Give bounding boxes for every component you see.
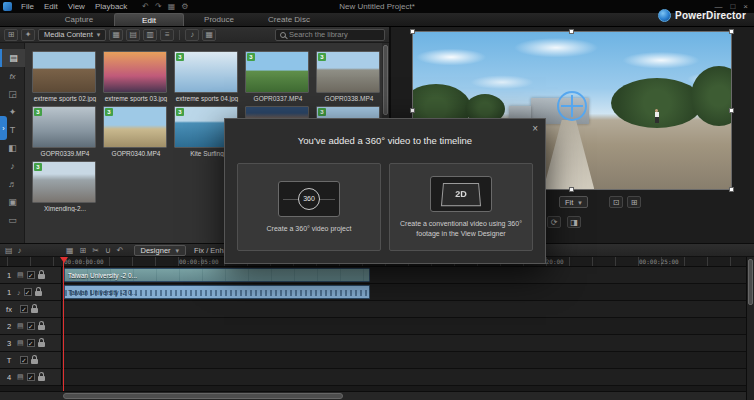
track-lane[interactable]: Taiwan University -2 0... — [62, 267, 746, 283]
sidebar-item-pip-objects-room[interactable]: ◲ — [0, 85, 25, 103]
menu-file[interactable]: File — [16, 2, 39, 11]
tab-produce[interactable]: Produce — [184, 13, 254, 26]
designer-dropdown[interactable]: Designer — [134, 245, 187, 256]
transition-room-icon: ◧ — [8, 143, 17, 153]
add-track-icon[interactable]: ⊞ — [80, 246, 87, 255]
media-item[interactable]: 3Ximending-2... — [32, 161, 98, 216]
powerdirector-logo-icon — [658, 9, 671, 22]
lock-icon[interactable] — [35, 291, 42, 296]
selection-handle[interactable] — [569, 187, 574, 192]
selection-handle[interactable] — [410, 108, 415, 113]
tab-create-disc[interactable]: Create Disc — [254, 13, 324, 26]
track-video-icon[interactable]: ▤ — [5, 246, 13, 255]
media-item[interactable]: extreme sports 03.jpg — [103, 51, 169, 106]
media-item-name: GOPR0338.MP4 — [316, 95, 382, 102]
search-input[interactable] — [289, 30, 380, 39]
track-audio-icon[interactable]: ♪ — [18, 246, 22, 255]
snapshot-button[interactable]: ⊡ — [609, 196, 623, 208]
selection-handle[interactable] — [729, 187, 734, 192]
undo-edit-icon[interactable]: ↶ — [117, 246, 124, 255]
import-media-button[interactable]: ⊞ — [4, 29, 18, 41]
track-enable-checkbox[interactable] — [27, 271, 35, 279]
media-content-label: Media Content — [44, 30, 93, 39]
scrollbar-handle[interactable] — [748, 259, 753, 305]
close-icon[interactable]: × — [532, 123, 538, 134]
library-search[interactable] — [275, 29, 385, 41]
ruler-label: 00:00:00:00 — [64, 258, 104, 265]
lock-icon[interactable] — [38, 274, 45, 279]
sidebar-item-effect-room[interactable]: fx — [0, 67, 25, 85]
view-direction-crosshair[interactable] — [557, 91, 587, 121]
track-enable-checkbox[interactable] — [20, 356, 28, 364]
lock-icon[interactable] — [31, 308, 38, 313]
lock-icon[interactable] — [38, 325, 45, 330]
selection-handle[interactable] — [729, 29, 734, 34]
snap-icon[interactable]: ∪ — [105, 246, 111, 255]
track-lane[interactable] — [62, 352, 746, 368]
lock-icon[interactable] — [31, 359, 38, 364]
undo-icon[interactable]: ↶ — [142, 3, 149, 11]
option-360-project[interactable]: 360 Create a 360° video project — [237, 163, 381, 251]
track-lane[interactable] — [62, 369, 746, 385]
timeline-vertical-scrollbar[interactable] — [746, 257, 754, 400]
settings-icon[interactable]: ⚙ — [181, 3, 188, 11]
lock-icon[interactable] — [38, 376, 45, 381]
sidebar-item-voice-over-room[interactable]: ♬ — [0, 175, 25, 193]
track-lane[interactable] — [62, 301, 746, 317]
sidebar-item-chapter-room[interactable]: ▣ — [0, 193, 25, 211]
split-icon[interactable]: ✂ — [92, 246, 99, 255]
tab-capture[interactable]: Capture — [44, 13, 114, 26]
sidebar-item-transition-room[interactable]: ◧ — [0, 139, 25, 157]
track-enable-checkbox[interactable] — [20, 305, 28, 313]
magic-wand-button[interactable]: ✦ — [21, 29, 35, 41]
track-enable-checkbox[interactable] — [24, 288, 32, 296]
sidebar-item-subtitle-room[interactable]: ▭ — [0, 211, 25, 229]
playhead[interactable] — [63, 257, 64, 391]
filter-view-button[interactable]: ≡ — [160, 29, 174, 41]
fix-enhance-button[interactable]: Fix / Enhance — [194, 246, 228, 255]
media-item[interactable]: 3GOPR0337.MP4 — [245, 51, 311, 106]
timeline-horizontal-scrollbar[interactable] — [0, 391, 746, 400]
tab-edit[interactable]: Edit — [114, 13, 184, 26]
sidebar-item-audio-mixing-room[interactable]: ♪ — [0, 157, 25, 175]
menu-edit[interactable]: Edit — [39, 2, 63, 11]
lock-icon[interactable] — [38, 342, 45, 347]
scrollbar-handle[interactable] — [383, 45, 388, 115]
list-view-button[interactable]: ▥ — [143, 29, 157, 41]
track-enable-checkbox[interactable] — [27, 339, 35, 347]
selection-handle[interactable] — [729, 108, 734, 113]
redo-icon[interactable]: ↷ — [155, 3, 162, 11]
zoom-fit-dropdown[interactable]: Fit — [559, 196, 588, 208]
rotate-360-view-button[interactable]: ⟳ — [547, 216, 561, 228]
video-clip[interactable]: Taiwan University -2 0... — [64, 268, 370, 282]
selection-handle[interactable] — [410, 29, 415, 34]
media-grid-button[interactable]: ▦ — [202, 29, 216, 41]
scrollbar-handle[interactable] — [63, 393, 343, 399]
media-item[interactable]: 3GOPR0338.MP4 — [316, 51, 382, 106]
track-lane[interactable]: Taiwan University -2 0... — [62, 284, 746, 300]
option-2d-view-designer[interactable]: 2D Create a conventional video using 360… — [389, 163, 533, 251]
selection-handle[interactable] — [569, 29, 574, 34]
thumbnail-view-button[interactable]: ▦ — [109, 29, 123, 41]
track-id: T — [4, 356, 14, 365]
audio-clip[interactable]: Taiwan University -2 0... — [64, 285, 370, 299]
menu-playback[interactable]: Playback — [90, 2, 132, 11]
track-lane[interactable] — [62, 318, 746, 334]
media-item[interactable]: 3GOPR0339.MP4 — [32, 106, 98, 161]
panel-collapse-tab[interactable]: › — [0, 116, 7, 140]
media-item[interactable]: extreme sports 02.jpg — [32, 51, 98, 106]
track-manager-icon[interactable]: ▦ — [66, 246, 74, 255]
sidebar-item-media-room[interactable]: ▤ — [0, 49, 25, 67]
view-designer-button[interactable]: ◨ — [567, 216, 581, 228]
media-item[interactable]: 3GOPR0340.MP4 — [103, 106, 169, 161]
fullscreen-button[interactable]: ⊞ — [627, 196, 641, 208]
track-enable-checkbox[interactable] — [27, 373, 35, 381]
detail-view-button[interactable]: ▤ — [126, 29, 140, 41]
capture-icon[interactable]: ▦ — [168, 3, 176, 11]
track-lane[interactable] — [62, 335, 746, 351]
media-item[interactable]: 3extreme sports 04.jpg — [174, 51, 240, 106]
media-content-dropdown[interactable]: Media Content — [38, 29, 106, 41]
menu-view[interactable]: View — [63, 2, 90, 11]
music-filter-button[interactable]: ♪ — [185, 29, 199, 41]
track-enable-checkbox[interactable] — [27, 322, 35, 330]
